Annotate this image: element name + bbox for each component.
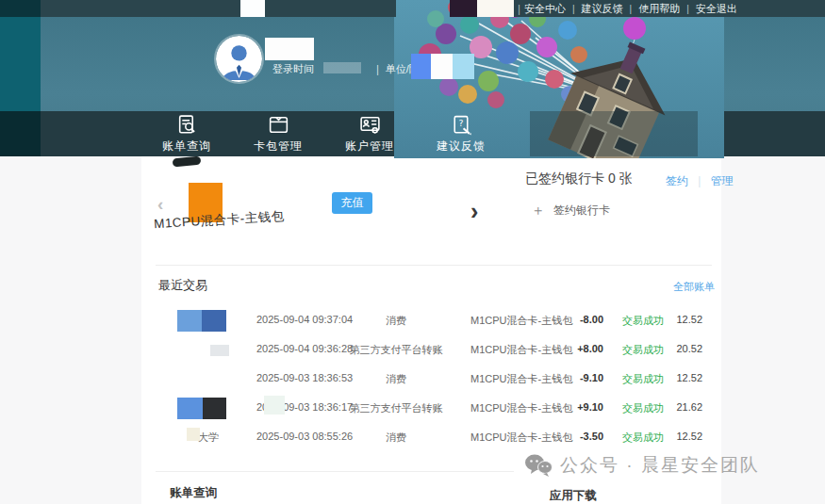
- redaction-block: [450, 0, 477, 17]
- topbar-separator-fragment: ｜: [514, 2, 524, 16]
- nav-label: 建议反馈: [437, 138, 486, 154]
- help-link[interactable]: 使用帮助: [638, 2, 680, 16]
- all-bills-link[interactable]: 全部账单: [673, 280, 715, 294]
- footer-app-download-title: 应用下载: [550, 488, 597, 504]
- recharge-button[interactable]: 充值: [332, 192, 372, 214]
- redaction-block: [202, 310, 226, 332]
- corner-strip-bottom: [0, 111, 41, 156]
- redaction-block: [177, 398, 203, 419]
- link-separator: ｜: [694, 173, 705, 189]
- recent-transactions-title: 最近交易: [158, 277, 207, 294]
- sign-card-link[interactable]: 签约: [666, 173, 688, 189]
- transaction-amount: -8.00: [528, 314, 603, 325]
- corner-strip-middle: [0, 17, 41, 111]
- transaction-balance: 12.52: [636, 372, 702, 383]
- transaction-balance: 12.52: [636, 314, 702, 325]
- feedback-link[interactable]: 建议反馈: [582, 2, 623, 16]
- link-separator: |: [572, 4, 575, 14]
- footer-divider: [156, 471, 514, 472]
- redaction-block-username: [265, 38, 314, 60]
- add-bank-card-label: 签约银行卡: [553, 203, 610, 219]
- transaction-row[interactable]: 大学 2025-09-03 08:55:26 消费 M1CPU混合卡-主钱包 -…: [141, 428, 721, 450]
- wechat-icon: [524, 453, 553, 478]
- redaction-block: [264, 396, 285, 415]
- transaction-amount: -3.50: [528, 431, 603, 442]
- security-center-link[interactable]: 安全中心: [524, 2, 566, 16]
- page: ｜ 安全中心 | 建议反馈 | 使用帮助 | 安全退出: [0, 0, 825, 504]
- watermark-text: 公众号 · 晨星安全团队: [560, 453, 760, 478]
- transaction-balance: 20.52: [636, 343, 702, 354]
- topbar-left-segment: [0, 0, 396, 17]
- user-avatar[interactable]: [216, 36, 262, 82]
- redaction-block: [240, 0, 265, 17]
- main-navigation: 账单查询 卡包管理: [141, 111, 566, 156]
- signed-bank-cards-title: 已签约银行卡 0 张: [525, 171, 633, 187]
- redaction-block: [177, 310, 202, 332]
- redaction-block-login-time: [323, 62, 361, 73]
- svg-text:?: ?: [458, 118, 463, 128]
- transaction-row[interactable]: 2025-09-04 09:37:04 消费 M1CPU混合卡-主钱包 -8.0…: [141, 311, 721, 333]
- transaction-row[interactable]: 2025-09-04 09:36:28 第三方支付平台转账 M1CPU混合卡-主…: [141, 340, 721, 363]
- transaction-type: 第三方支付平台转账: [335, 343, 457, 357]
- carousel-next-button[interactable]: ›: [470, 198, 478, 225]
- nav-item-bill-inquiry[interactable]: 账单查询: [141, 111, 232, 156]
- nav-label: 账单查询: [162, 138, 211, 154]
- transaction-row[interactable]: 2025-09-03 18:36:53 消费 M1CPU混合卡-主钱包 -9.1…: [141, 369, 721, 392]
- transaction-type: 第三方支付平台转账: [335, 401, 457, 415]
- transaction-type: 消费: [335, 372, 457, 386]
- topbar-links: 安全中心 | 建议反馈 | 使用帮助 | 安全退出: [524, 0, 737, 17]
- merchant-name: 大学: [198, 431, 219, 443]
- section-divider: [156, 265, 712, 266]
- plus-icon: ＋: [531, 202, 545, 219]
- link-separator: |: [630, 4, 633, 14]
- nav-item-card-management[interactable]: 卡包管理: [233, 111, 323, 156]
- nav-item-feedback[interactable]: ? 建议反馈: [416, 111, 506, 156]
- add-bank-card-button[interactable]: ＋ 签约银行卡: [531, 202, 610, 219]
- carousel-prev-button[interactable]: ‹: [157, 194, 163, 215]
- transaction-amount: +8.00: [528, 343, 603, 354]
- corner-strip-top: [0, 0, 41, 17]
- login-time-label: 登录时间: [272, 62, 314, 76]
- transaction-type: 消费: [335, 314, 457, 328]
- redaction-block: [203, 398, 226, 419]
- redaction-block: [431, 54, 453, 79]
- wallet-icon: [267, 113, 290, 137]
- nav-label: 账户管理: [345, 138, 394, 154]
- transaction-row[interactable]: 2025-09-03 18:36:17 第三方支付平台转账 M1CPU混合卡-主…: [141, 398, 721, 421]
- bill-search-icon: [175, 113, 199, 137]
- logout-link[interactable]: 安全退出: [696, 2, 737, 16]
- transaction-amount: +9.10: [528, 401, 603, 413]
- page-header: ｜ 安全中心 | 建议反馈 | 使用帮助 | 安全退出: [0, 0, 825, 156]
- transaction-balance: 21.62: [636, 401, 702, 413]
- watermark: 公众号 · 晨星安全团队: [524, 453, 760, 478]
- link-separator: |: [686, 4, 689, 14]
- feedback-icon: ?: [450, 113, 473, 137]
- nav-label: 卡包管理: [254, 138, 303, 154]
- footer-bill-inquiry-title: 账单查询: [170, 485, 217, 501]
- nav-item-account-management[interactable]: 账户管理: [324, 111, 415, 156]
- transaction-balance: 12.52: [636, 431, 702, 442]
- redaction-block: [411, 54, 431, 79]
- redaction-block: [187, 428, 200, 441]
- account-card-icon: [358, 113, 382, 137]
- avatar-person-icon: [216, 36, 262, 82]
- manage-cards-link[interactable]: 管理: [711, 173, 734, 189]
- transaction-amount: -9.10: [528, 372, 603, 383]
- transaction-type: 消费: [335, 431, 457, 445]
- bank-card-links: 签约 ｜ 管理: [666, 173, 734, 189]
- redaction-block: [210, 345, 229, 356]
- redaction-block: [453, 54, 474, 79]
- redaction-block: [477, 0, 514, 17]
